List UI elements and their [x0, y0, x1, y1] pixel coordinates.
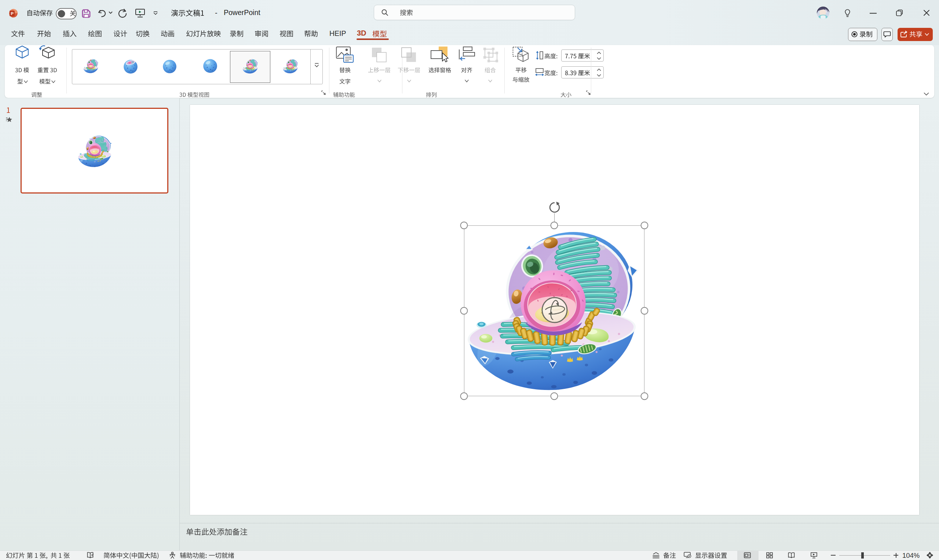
svg-text:P: P: [11, 11, 14, 16]
